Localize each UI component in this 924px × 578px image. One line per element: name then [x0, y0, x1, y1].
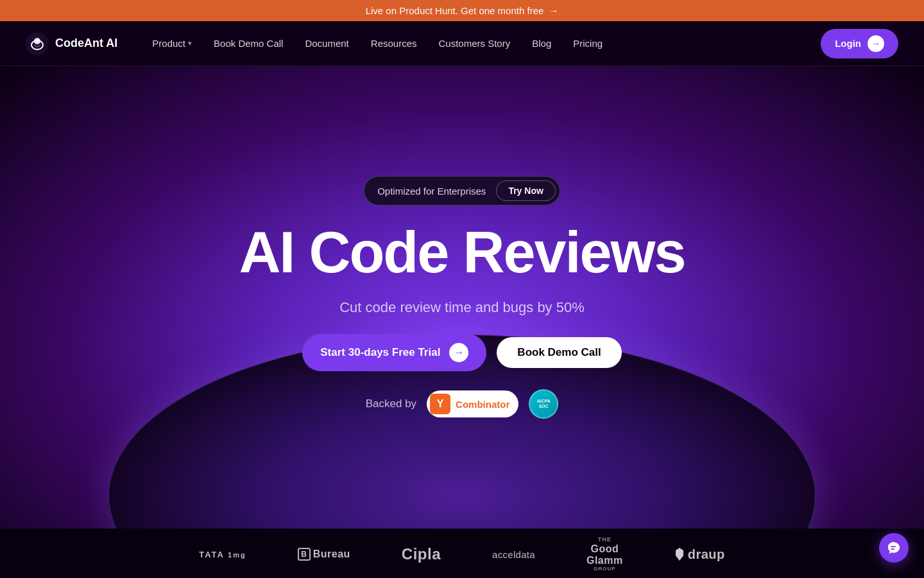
try-now-button[interactable]: Try Now [496, 180, 555, 201]
nav-product-label: Product [152, 38, 185, 49]
backed-by: Backed by Y Combinator AICPA SOC [366, 389, 559, 419]
trial-arrow-icon: → [449, 343, 468, 362]
start-trial-button[interactable]: Start 30-days Free Trial → [302, 334, 486, 371]
cipla-logo: Cipla [402, 545, 441, 563]
logo-text: CodeAnt AI [55, 37, 117, 50]
logo[interactable]: CodeAnt AI [26, 32, 117, 55]
hero-cta: Start 30-days Free Trial → Book Demo Cal… [302, 334, 621, 371]
hero-title: AI Code Reviews [239, 223, 685, 281]
banner-arrow: → [549, 5, 558, 16]
start-trial-label: Start 30-days Free Trial [320, 346, 440, 359]
nav-blog-label: Blog [532, 38, 551, 49]
nav-blog[interactable]: Blog [523, 33, 560, 54]
nav-links: Product ▾ Book Demo Call Document Resour… [143, 33, 821, 54]
soc-badge: AICPA SOC [529, 389, 558, 419]
draup-logo: draup [674, 547, 725, 562]
bureau-logo: B Bureau [298, 548, 350, 561]
nav-pricing[interactable]: Pricing [564, 33, 612, 54]
backed-by-label: Backed by [366, 398, 416, 410]
login-button[interactable]: Login → [821, 29, 898, 58]
yc-text: Combinator [456, 399, 509, 410]
book-demo-button[interactable]: Book Demo Call [497, 337, 621, 368]
top-banner[interactable]: Live on Product Hunt. Get one month free… [0, 0, 924, 21]
login-arrow-icon: → [868, 35, 884, 52]
login-label: Login [835, 38, 861, 49]
logos-bar: TATA 1mg B Bureau Cipla acceldata THE Go… [0, 529, 924, 578]
soc-line1: AICPA [537, 399, 551, 404]
goodglamm-logo: THE GoodGlamm GROUP [586, 536, 623, 572]
nav-pricing-label: Pricing [573, 38, 603, 49]
chat-bubble[interactable] [879, 533, 909, 563]
draup-icon [674, 548, 685, 561]
acceldata-logo: acceldata [492, 549, 535, 560]
enterprise-badge-text: Optimized for Enterprises [377, 186, 486, 197]
tata-logo: TATA 1mg [199, 550, 246, 559]
chat-icon [887, 541, 901, 555]
logo-icon [26, 32, 49, 55]
nav-customers-label: Customers Story [439, 38, 511, 49]
nav-book-demo-label: Book Demo Call [214, 38, 283, 49]
yc-badge: Y Combinator [427, 390, 518, 417]
hero-content: Optimized for Enterprises Try Now AI Cod… [239, 176, 685, 419]
nav-document[interactable]: Document [296, 33, 357, 54]
svg-point-2 [34, 38, 40, 44]
bureau-icon: B [298, 548, 311, 561]
nav-product[interactable]: Product ▾ [143, 33, 201, 54]
nav-resources-label: Resources [371, 38, 417, 49]
enterprise-badge: Optimized for Enterprises Try Now [364, 176, 560, 206]
nav-book-demo[interactable]: Book Demo Call [205, 33, 292, 54]
yc-logo: Y [430, 394, 450, 414]
banner-text: Live on Product Hunt. Get one month free [366, 5, 544, 16]
nav-customers[interactable]: Customers Story [430, 33, 520, 54]
book-demo-label: Book Demo Call [517, 346, 601, 358]
chevron-down-icon: ▾ [188, 39, 192, 48]
nav-resources[interactable]: Resources [362, 33, 426, 54]
navbar: CodeAnt AI Product ▾ Book Demo Call Docu… [0, 21, 924, 66]
hero-subtitle: Cut code review time and bugs by 50% [339, 299, 585, 316]
soc-line2: SOC [539, 404, 549, 409]
hero-section: Optimized for Enterprises Try Now AI Cod… [0, 66, 924, 529]
nav-document-label: Document [305, 38, 348, 49]
